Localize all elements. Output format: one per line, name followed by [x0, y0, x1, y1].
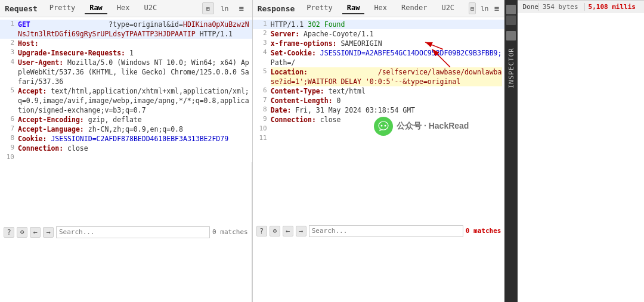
line: 6 Content-Type: text/html: [253, 86, 505, 96]
line: 6 Accept-Encoding: gzip, deflate: [0, 115, 252, 124]
inspector-top-icons: [504, 2, 518, 43]
line: 8 Cookie: JSESSIONID=C2AFDF878BEDD4610EB…: [0, 134, 252, 144]
line: 5 Location: /selfservice/lawbase/downlaw…: [253, 67, 505, 86]
watermark-text: 公众号 · HackRead: [397, 121, 469, 132]
line: 8 Date: Fri, 31 May 2024 03:18:54 GMT: [253, 105, 505, 115]
svg-point-4: [381, 125, 383, 127]
tab-request-hex[interactable]: Hex: [112, 2, 135, 14]
request-header: Request Pretty Raw Hex U2C ⊞ ln ≡: [0, 0, 252, 17]
line: 1 GET ?type=original&id=HDIKinaOpXuBzwzN…: [0, 20, 252, 39]
tab-request-u2c[interactable]: U2C: [140, 2, 162, 14]
tab-response-raw[interactable]: Raw: [342, 2, 365, 14]
response-title: Response: [258, 4, 295, 13]
line: 2 Server: Apache-Coyote/1.1: [253, 29, 505, 39]
response-header: Response Pretty Raw Hex Render U2C ⊞ ln …: [253, 0, 505, 17]
line: 3 Upgrade-Insecure-Requests: 1: [0, 48, 252, 58]
inspector-icon-3[interactable]: [506, 31, 516, 41]
status-millis: 5,108 millis: [584, 3, 639, 11]
request-title: Request: [5, 4, 38, 13]
request-search-input[interactable]: [56, 226, 210, 238]
tab-response-render[interactable]: Render: [397, 2, 432, 14]
line: 4 User-Agent: Mozilla/5.0 (Windows NT 10…: [0, 58, 252, 86]
search-prev-icon[interactable]: ←: [30, 227, 41, 238]
inspector-sidebar: INSPECTOR: [504, 0, 518, 302]
line: 3 x-frame-options: SAMEORIGIN: [253, 39, 505, 48]
line: 1 HTTP/1.1 302 Found: [253, 20, 505, 29]
line: 9 Connection: close: [0, 144, 252, 153]
inspector-icon-2[interactable]: [506, 15, 516, 25]
status-bytes: 354 bytes: [538, 3, 582, 11]
search-next-icon[interactable]: →: [43, 227, 54, 238]
status-right: 354 bytes 5,108 millis: [538, 3, 639, 11]
wechat-icon: [374, 117, 393, 136]
svg-point-5: [385, 125, 386, 127]
request-panel: Request Pretty Raw Hex U2C ⊞ ln ≡ 1 GET …: [0, 0, 253, 302]
response-ln-icon[interactable]: ln: [481, 2, 488, 14]
response-body: 1 HTTP/1.1 302 Found 2 Server: Apache-Co…: [253, 17, 505, 160]
response-panel: Response Pretty Raw Hex Render U2C ⊞ ln …: [253, 0, 505, 302]
search-question-icon[interactable]: ?: [4, 227, 14, 238]
status-done: Done: [522, 3, 538, 11]
tab-response-pretty[interactable]: Pretty: [302, 2, 337, 14]
response-matches: 0 matches: [466, 227, 501, 235]
wrap-icon[interactable]: ⊞: [202, 2, 214, 14]
line: 2 Host:: [0, 39, 252, 48]
menu-icon[interactable]: ≡: [236, 2, 247, 14]
response-search-question-icon[interactable]: ?: [256, 226, 267, 236]
line: 5 Accept: text/html,application/xhtml+xm…: [0, 86, 252, 115]
response-search-gear-icon[interactable]: ⚙: [270, 226, 280, 236]
tab-response-hex[interactable]: Hex: [369, 2, 392, 14]
line: 7 Content-Length: 0: [253, 96, 505, 105]
watermark: 公众号 · HackRead: [374, 117, 469, 136]
response-wrap-icon[interactable]: ⊞: [469, 2, 476, 14]
request-search-bar: ? ⚙ ← → 0 matches: [0, 162, 252, 302]
inspector-icon-1[interactable]: [506, 5, 516, 14]
response-search-input[interactable]: [309, 225, 463, 237]
response-search-next-icon[interactable]: →: [296, 226, 306, 236]
search-gear-icon[interactable]: ⚙: [17, 227, 27, 238]
tab-response-u2c[interactable]: U2C: [436, 2, 459, 14]
response-search-prev-icon[interactable]: ←: [283, 226, 293, 236]
inspector-label: INSPECTOR: [507, 48, 515, 89]
line: 10: [0, 153, 252, 162]
status-bar: Done 354 bytes 5,108 millis: [518, 0, 644, 13]
ln-icon[interactable]: ln: [219, 2, 231, 14]
tab-request-raw[interactable]: Raw: [85, 2, 107, 14]
request-matches: 0 matches: [212, 228, 248, 236]
response-menu-icon[interactable]: ≡: [493, 2, 500, 14]
line: 4 Set-Cookie: JSESSIONID=A2ABFE54GC14DOC…: [253, 48, 505, 67]
request-body: 1 GET ?type=original&id=HDIKinaOpXuBzwzN…: [0, 17, 252, 162]
response-search-bar: ? ⚙ ← → 0 matches: [253, 160, 505, 302]
line: 7 Accept-Language: zh-CN,zh;q=0.9,en;q=0…: [0, 124, 252, 134]
tab-request-pretty[interactable]: Pretty: [45, 2, 80, 14]
